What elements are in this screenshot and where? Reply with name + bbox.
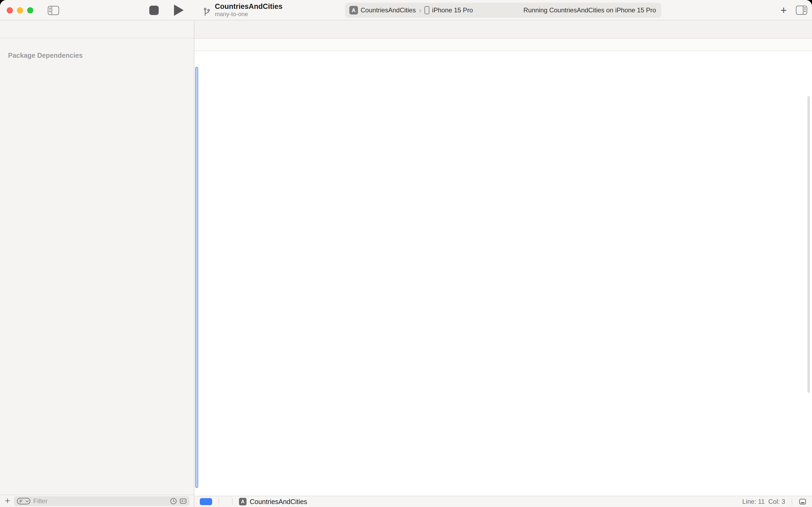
run-destination: iPhone 15 Pro xyxy=(432,6,473,14)
package-dependencies-header: Package Dependencies xyxy=(0,49,194,61)
branch-icon xyxy=(202,6,212,17)
source-code-editor[interactable] xyxy=(194,51,812,496)
run-button[interactable] xyxy=(174,5,184,16)
navigator-filter-bar: + Filter xyxy=(0,495,194,507)
cursor-position-indicator: Line: 11 Col: 3 xyxy=(742,498,785,505)
running-app-indicator[interactable]: A CountriesAndCities xyxy=(239,498,307,506)
debug-bar: A CountriesAndCities Line: 11 Col: 3 xyxy=(194,496,812,507)
xcode-window: CountriesAndCities many-to-one A Countri… xyxy=(0,0,812,507)
navigator-sidebar: Package Dependencies + Filter xyxy=(0,21,194,507)
code-lines xyxy=(194,51,812,496)
divider xyxy=(232,498,233,505)
scheme-app-name: CountriesAndCities xyxy=(361,6,416,14)
window-title: CountriesAndCities xyxy=(215,2,283,11)
filter-placeholder: Filter xyxy=(31,497,168,505)
scheme-selector[interactable]: A CountriesAndCities › iPhone 15 Pro xyxy=(349,6,473,14)
filter-menu-icon[interactable] xyxy=(17,497,31,505)
status-message: Running CountriesAndCities on iPhone 15 … xyxy=(523,6,656,14)
window-subtitle: many-to-one xyxy=(215,11,283,18)
stop-button[interactable] xyxy=(149,6,159,15)
project-file-tree xyxy=(0,38,194,41)
project-title-group: CountriesAndCities many-to-one xyxy=(202,2,283,18)
divider xyxy=(792,498,792,505)
editor-area: A CountriesAndCities Line: 11 Col: 3 xyxy=(194,21,812,507)
title-bar: CountriesAndCities many-to-one A Countri… xyxy=(0,0,812,20)
tab-bar-left-controls xyxy=(194,21,202,38)
breadcrumb xyxy=(194,39,812,51)
add-file-icon[interactable]: + xyxy=(5,496,10,506)
recent-files-clock-icon[interactable] xyxy=(170,497,177,505)
zoom-window-button[interactable] xyxy=(27,7,33,13)
close-window-button[interactable] xyxy=(7,7,13,13)
editor-tabs xyxy=(202,21,802,38)
editor-scrollbar[interactable] xyxy=(807,96,810,393)
tab-bar-right-controls xyxy=(802,21,812,38)
new-tab-icon[interactable]: + xyxy=(780,5,787,15)
device-icon xyxy=(424,6,429,14)
app-icon: A xyxy=(239,498,246,505)
editor-tab-bar xyxy=(194,21,812,39)
divider xyxy=(219,498,219,505)
filter-scope-icon[interactable] xyxy=(179,497,187,505)
toggle-inspector-icon[interactable] xyxy=(796,6,807,15)
editor-layout-icon[interactable] xyxy=(799,498,807,506)
navigator-tab-strip xyxy=(0,21,194,38)
scheme-app-icon: A xyxy=(349,6,358,14)
debug-area-toggle-button[interactable] xyxy=(200,498,212,505)
running-app-name: CountriesAndCities xyxy=(250,498,307,506)
toolbar-right-group: + xyxy=(780,5,807,15)
scheme-chevron: › xyxy=(418,6,422,14)
toggle-navigator-icon[interactable] xyxy=(48,6,59,15)
activity-status-pill[interactable]: A CountriesAndCities › iPhone 15 Pro Run… xyxy=(345,3,661,18)
filter-input[interactable]: Filter xyxy=(14,496,189,506)
minimize-window-button[interactable] xyxy=(17,7,23,13)
